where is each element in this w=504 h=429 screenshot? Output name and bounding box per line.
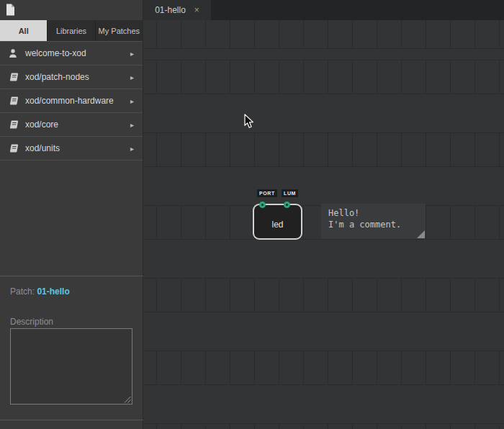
sidebar-tab-my-patches[interactable]: My Patches [95,20,143,42]
patch-canvas[interactable]: PORT LUM led Hello! I'm a comment. [143,20,504,429]
list-item-label: xod/patch-nodes [25,72,89,82]
pin-label-port: PORT [257,189,277,197]
comment-line: I'm a comment. [328,219,426,230]
project-browser-sidebar: All Libraries My Patches welcome-to-xod … [0,0,143,429]
comment-resize-handle[interactable] [417,230,425,238]
list-item-label: xod/units [25,143,60,153]
comment-box[interactable]: Hello! I'm a comment. [321,204,426,239]
list-item-xod-core[interactable]: xod/core ▸ [0,113,143,137]
list-item-label: xod/core [25,119,58,130]
sidebar-tab-libraries[interactable]: Libraries [47,20,94,42]
description-textarea[interactable] [10,328,132,405]
list-item-xod-common-hardware[interactable]: xod/common-hardware ▸ [0,89,143,113]
list-item-welcome-to-xod[interactable]: welcome-to-xod ▸ [0,42,143,66]
editor-tab-bar: 01-hello × [143,0,504,20]
patch-name: 01-hello [37,286,69,297]
book-icon [7,119,19,130]
pin-lum[interactable] [284,202,290,208]
sidebar-tab-bar: All Libraries My Patches [0,20,143,42]
user-icon [7,48,19,58]
tab-label: 01-hello [155,5,186,15]
patch-line: Patch: 01-hello [0,276,143,297]
document-icon[interactable] [6,4,15,16]
chevron-right-icon: ▸ [130,121,134,129]
sidebar-divider [0,420,143,420]
project-browser-list: welcome-to-xod ▸ xod/patch-nodes ▸ [0,41,143,161]
list-item-label: xod/common-hardware [25,96,114,106]
patch-label: Patch: [10,286,35,297]
comment-line: Hello! [328,207,426,219]
tab-01-hello[interactable]: 01-hello × [143,0,211,20]
book-icon [7,96,19,106]
node-led[interactable]: led [253,204,302,240]
xod-ide-window: All Libraries My Patches welcome-to-xod … [0,0,504,429]
patch-info-section: Patch: 01-hello [0,276,143,297]
pin-port[interactable] [259,202,266,208]
list-item-xod-units[interactable]: xod/units ▸ [0,137,143,161]
node-label: led [271,214,283,230]
sidebar-header [0,0,143,20]
list-item-xod-patch-nodes[interactable]: xod/patch-nodes ▸ [0,66,143,89]
chevron-right-icon: ▸ [130,145,134,153]
chevron-right-icon: ▸ [130,97,134,105]
close-icon[interactable]: × [194,6,199,14]
pin-label-lum: LUM [282,189,298,197]
chevron-right-icon: ▸ [130,50,134,58]
resize-grip-icon[interactable] [123,395,132,404]
book-icon [7,143,19,153]
book-icon [7,72,19,82]
list-item-label: welcome-to-xod [25,48,86,58]
mouse-cursor-icon [244,114,254,129]
description-label: Description [10,317,53,327]
sidebar-tab-all[interactable]: All [0,20,47,42]
chevron-right-icon: ▸ [130,73,134,81]
